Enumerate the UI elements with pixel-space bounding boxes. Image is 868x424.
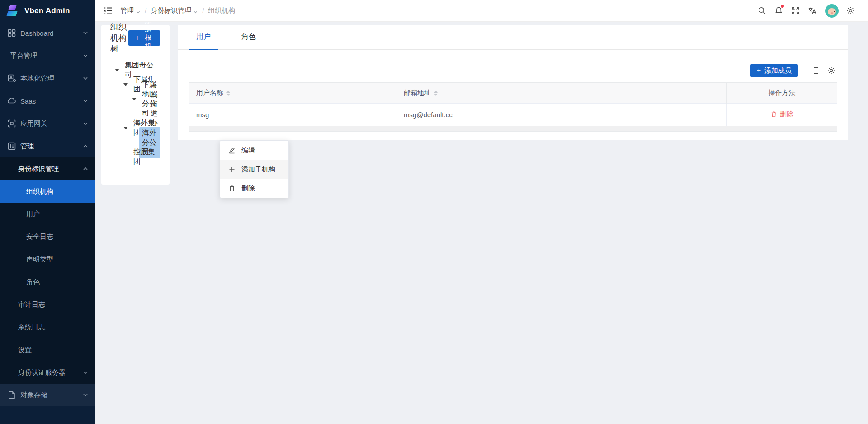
sidebar-item-6[interactable]: 身份标识管理 bbox=[0, 157, 95, 180]
sidebar-item-label: 组织机构 bbox=[26, 187, 89, 196]
sidebar-item-label: Saas bbox=[20, 97, 82, 105]
chevron-down-icon bbox=[82, 392, 89, 398]
add-member-button[interactable]: + 添加成员 bbox=[750, 64, 798, 77]
sidebar-item-label: 声明类型 bbox=[26, 255, 89, 264]
sidebar-item-7[interactable]: 组织机构 bbox=[0, 180, 95, 203]
sidebar-item-0[interactable]: Dashboard bbox=[0, 22, 95, 44]
sidebar-item-12[interactable]: 审计日志 bbox=[0, 293, 95, 316]
chevron-up-icon bbox=[82, 166, 89, 172]
plus-icon: + bbox=[757, 67, 761, 74]
chevron-down-icon bbox=[82, 52, 89, 59]
dashboard-icon bbox=[7, 29, 16, 38]
sidebar-item-label: 设置 bbox=[18, 346, 89, 354]
chevron-down-icon bbox=[82, 75, 89, 81]
context-menu-item-0[interactable]: 编辑 bbox=[220, 141, 288, 160]
sort-carets-icon[interactable] bbox=[226, 91, 230, 96]
column-header-1[interactable]: 邮箱地址 bbox=[396, 83, 726, 104]
sidebar-item-label: 系统日志 bbox=[18, 323, 89, 332]
chevron-down-icon bbox=[82, 98, 89, 104]
sidebar-item-label: 安全日志 bbox=[26, 233, 89, 241]
saas-icon bbox=[7, 96, 16, 105]
sidebar-item-16[interactable]: 对象存储 bbox=[0, 384, 95, 406]
sidebar-item-2[interactable]: 本地化管理 bbox=[0, 67, 95, 90]
app-logo[interactable]: Vben Admin bbox=[0, 0, 95, 22]
table-toolbar: + 添加成员 bbox=[189, 64, 837, 77]
edit-icon bbox=[228, 147, 236, 154]
user-avatar[interactable] bbox=[825, 4, 839, 18]
chevron-up-icon bbox=[82, 143, 89, 149]
chevron-down-icon bbox=[193, 8, 198, 13]
search-icon[interactable] bbox=[754, 0, 770, 22]
sidebar-item-10[interactable]: 声明类型 bbox=[0, 248, 95, 271]
breadcrumb-separator: / bbox=[145, 7, 146, 14]
cell-email: msg@default.cc bbox=[396, 104, 726, 126]
context-menu-item-2[interactable]: 删除 bbox=[220, 179, 288, 198]
members-tabs: 用户角色 bbox=[178, 25, 848, 50]
tree-node-label: 控股集团 bbox=[131, 146, 160, 168]
sidebar-item-11[interactable]: 角色 bbox=[0, 271, 95, 293]
breadcrumb-separator: / bbox=[202, 7, 204, 14]
sidebar-item-1[interactable]: 平台管理 bbox=[0, 44, 95, 67]
settings-gear-icon[interactable] bbox=[842, 0, 859, 22]
bell-icon[interactable] bbox=[770, 0, 787, 22]
column-header-2: 操作方法 bbox=[727, 83, 837, 104]
sort-carets-icon[interactable] bbox=[434, 91, 438, 96]
sidebar-item-15[interactable]: 身份认证服务器 bbox=[0, 361, 95, 384]
sidebar-item-label: 本地化管理 bbox=[20, 74, 82, 83]
chevron-down-icon bbox=[82, 120, 89, 127]
cell-username: msg bbox=[189, 104, 396, 126]
breadcrumb-item-0[interactable]: 管理 bbox=[120, 6, 141, 15]
menu-fold-icon[interactable] bbox=[103, 6, 113, 16]
delete-member-button[interactable]: 删除 bbox=[770, 110, 793, 119]
sidebar-item-label: Dashboard bbox=[20, 29, 82, 37]
caret-down-icon[interactable] bbox=[112, 69, 122, 71]
breadcrumb-item-1[interactable]: 身份标识管理 bbox=[151, 6, 198, 15]
sidebar-item-14[interactable]: 设置 bbox=[0, 338, 95, 361]
sidebar-item-label: 角色 bbox=[26, 278, 89, 286]
fullscreen-icon[interactable] bbox=[787, 0, 804, 22]
caret-down-icon[interactable] bbox=[121, 127, 131, 129]
sidebar-item-label: 管理 bbox=[20, 142, 82, 151]
toolbar-divider bbox=[804, 67, 804, 75]
breadcrumb-item-2[interactable]: 组织机构 bbox=[208, 6, 235, 15]
top-header: 管理/身份标识管理/组织机构 bbox=[95, 0, 868, 22]
tab-1[interactable]: 角色 bbox=[234, 25, 264, 50]
members-panel: 用户角色 + 添加成员 bbox=[178, 25, 848, 140]
tree-context-menu: 编辑添加子机构删除 bbox=[220, 140, 289, 198]
members-table: 用户名称邮箱地址操作方法 msgmsg@default.cc删除 bbox=[189, 82, 837, 126]
table-settings-gear-icon[interactable] bbox=[826, 65, 837, 76]
chevron-down-icon bbox=[136, 8, 141, 13]
sidebar-item-label: 应用网关 bbox=[20, 119, 82, 128]
translate-icon[interactable] bbox=[804, 0, 821, 22]
caret-down-icon[interactable] bbox=[121, 83, 131, 86]
sidebar-item-label: 用户 bbox=[26, 210, 89, 219]
sidebar-item-8[interactable]: 用户 bbox=[0, 203, 95, 225]
sidebar-item-3[interactable]: Saas bbox=[0, 90, 95, 112]
tab-0[interactable]: 用户 bbox=[189, 25, 218, 50]
tree-node-6[interactable]: 控股集团 bbox=[110, 150, 160, 164]
sidebar-menu: Dashboard平台管理本地化管理Saas应用网关管理身份标识管理组织机构用户… bbox=[0, 22, 95, 406]
notification-dot bbox=[781, 5, 784, 8]
sidebar-item-label: 平台管理 bbox=[10, 52, 82, 60]
table-footer-strip bbox=[189, 126, 837, 132]
sidebar-item-label: 身份标识管理 bbox=[18, 165, 82, 173]
app-title: Vben Admin bbox=[24, 6, 70, 15]
sidebar-item-4[interactable]: 应用网关 bbox=[0, 112, 95, 135]
plus-icon bbox=[228, 166, 236, 173]
sidebar-item-13[interactable]: 系统日志 bbox=[0, 316, 95, 338]
caret-down-icon[interactable] bbox=[129, 98, 139, 100]
vben-logo-icon bbox=[6, 5, 20, 17]
sidebar-item-5[interactable]: 管理 bbox=[0, 135, 95, 157]
plus-icon: + bbox=[135, 34, 139, 42]
column-header-0[interactable]: 用户名称 bbox=[189, 83, 396, 104]
row-height-icon[interactable] bbox=[810, 65, 822, 76]
org-tree-panel: 组织机构树 + 添加根机构 集团母公司下属集团下属地区分公司下属街道办事处海外集… bbox=[101, 25, 170, 185]
add-root-org-button[interactable]: + 添加根机构 bbox=[128, 30, 160, 46]
chevron-down-icon bbox=[82, 369, 89, 376]
trash-icon bbox=[770, 111, 777, 118]
sidebar: Vben Admin Dashboard平台管理本地化管理Saas应用网关管理身… bbox=[0, 0, 95, 424]
sidebar-item-label: 对象存储 bbox=[20, 391, 82, 400]
main-content: 组织机构树 + 添加根机构 集团母公司下属集团下属地区分公司下属街道办事处海外集… bbox=[95, 22, 868, 424]
sidebar-item-9[interactable]: 安全日志 bbox=[0, 225, 95, 248]
context-menu-item-1[interactable]: 添加子机构 bbox=[220, 160, 288, 179]
